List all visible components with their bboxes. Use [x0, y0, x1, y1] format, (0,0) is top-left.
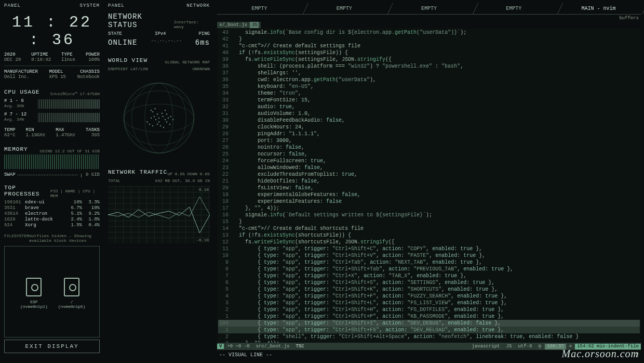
tab-empty-1[interactable]: EMPTY: [217, 3, 302, 15]
svg-point-7: [154, 108, 155, 109]
panel-label: PANEL: [4, 3, 21, 8]
svg-point-29: [151, 118, 152, 119]
uptime: 0:19:42: [31, 57, 51, 62]
fs-item-esp[interactable]: ESP (nvme0n1p1): [20, 278, 48, 306]
svg-point-12: [166, 121, 167, 122]
svg-point-26: [158, 121, 159, 122]
core-avg-1: Avg. 36%: [4, 103, 24, 108]
core-range-1: # 1 - 6: [4, 98, 24, 103]
svg-point-8: [157, 113, 158, 114]
svg-point-27: [157, 124, 158, 125]
git-flags: +0 ~0 -0: [224, 344, 252, 349]
min-freq: 1.19GHz: [26, 133, 46, 138]
svg-point-19: [155, 119, 156, 120]
process-row[interactable]: 1629latte-dock2.4%1.8%: [4, 217, 100, 222]
tab-empty-4[interactable]: EMPTY: [472, 3, 556, 15]
ping-label: PING: [198, 31, 210, 36]
disk-icon: [26, 278, 42, 296]
traffic-updown: UP 0.05 DOWN 0.05: [167, 172, 210, 176]
watermark: Mac.orsoon.com: [562, 348, 639, 360]
power-label: POWER: [86, 52, 100, 57]
tab-main-nvim[interactable]: MAIN - nvim: [556, 3, 641, 15]
svg-point-10: [162, 116, 163, 117]
file-ext-icon: JS: [250, 22, 259, 28]
status-file: src/_boot.js: [253, 344, 293, 349]
chassis-label: CHASSIS: [77, 69, 100, 74]
fs-note: dotfiles hidden - Showing available bloc…: [29, 234, 100, 243]
exit-display-button[interactable]: EXIT DISPLAY: [4, 340, 100, 353]
disk-icon: [64, 278, 79, 296]
mode-indicator: V: [217, 344, 224, 349]
max-label: MAX: [56, 127, 75, 133]
process-row[interactable]: 924Xorg1.5%0.4%: [4, 223, 100, 228]
world-sub: GLOBAL NETWORK MAP: [165, 60, 210, 64]
tasks: 393: [86, 133, 100, 138]
fs-label-1: ESP (nvme0n1p1): [20, 300, 48, 309]
lang: javascript: [469, 344, 503, 349]
os-type: linux: [61, 57, 75, 62]
mem-usage: USING 12.2 OUT OF 31 GIB: [40, 149, 100, 153]
svg-point-6: [152, 111, 153, 112]
svg-point-16: [160, 125, 161, 126]
online-status: ONLINE: [108, 38, 137, 47]
svg-point-20: [162, 113, 163, 114]
temp-label: TEMP: [4, 127, 16, 133]
endpoint-label: ENDPOINT LAT/LON: [108, 67, 148, 71]
swap-val: 0 GIB: [86, 172, 100, 177]
world-title: WORLD VIEW: [108, 57, 147, 63]
fs-label-2: / (nvme0n1p5): [58, 300, 86, 309]
tab-empty-3[interactable]: EMPTY: [386, 3, 471, 15]
encoding: utf-8: [515, 344, 535, 349]
process-row[interactable]: 199101edex-ui16%3.3%: [4, 200, 100, 205]
memory-dots: [4, 154, 100, 169]
file-name: s/_boot.js: [219, 22, 247, 28]
mem-title: MEMORY: [4, 146, 28, 152]
svg-point-14: [146, 121, 147, 122]
swap-label: SWAP: [4, 172, 16, 177]
fs-item-root[interactable]: / (nvme0n1p5): [58, 278, 86, 306]
process-list: 199101edex-ui16%3.3%3531brave6.7%10%4301…: [4, 199, 100, 228]
mfr-label: MANUFACTURER: [4, 69, 38, 74]
code-editor[interactable]: 43 signale.info(`Base config dir is ${el…: [217, 28, 641, 343]
svg-point-23: [170, 116, 171, 117]
file-badge[interactable]: s/_boot.js JS: [217, 22, 261, 28]
ping-value: 6ms: [195, 38, 210, 47]
visual-mode: -- VISUAL LINE --: [217, 350, 274, 360]
svg-point-21: [165, 110, 166, 111]
mfr: Dell Inc.: [4, 74, 38, 80]
tab-empty-2[interactable]: EMPTY: [302, 3, 386, 15]
tsc-label: TSC: [292, 344, 307, 349]
process-row[interactable]: 43014electron5.1%9.2%: [4, 211, 100, 216]
uptime-label: UPTIME: [31, 52, 51, 57]
svg-point-9: [158, 118, 159, 119]
cpu-model: Intel®Core™ i7-9750H: [50, 92, 100, 96]
network-status-title: NETWORK STATUS: [108, 12, 174, 29]
svg-point-22: [166, 113, 167, 114]
ip-type: IPv4: [155, 31, 166, 36]
traffic-title: NETWORK TRAFFIC: [108, 169, 167, 175]
traffic-chart: 0.10 -0.10: [108, 186, 210, 243]
clock: 11 : 22 : 36: [4, 14, 100, 49]
svg-point-17: [163, 127, 164, 128]
svg-point-13: [168, 118, 169, 119]
chassis: Notebook: [77, 74, 100, 80]
buffers-label: buffers: [217, 15, 641, 22]
interface: Interface: wavy: [174, 20, 210, 29]
svg-point-28: [152, 125, 153, 126]
tasks-label: TASKS: [86, 127, 100, 133]
cpu-spark-2: [37, 113, 100, 122]
state-label: STATE: [108, 31, 122, 36]
ip-addr: --.--.--.--: [151, 38, 181, 47]
svg-point-15: [149, 124, 150, 125]
filesystem-box: ESP (nvme0n1p1) / (nvme0n1p5): [4, 246, 100, 338]
core-avg-2: Avg. 34%: [4, 117, 26, 122]
power: 100%: [86, 57, 100, 62]
process-row[interactable]: 3531brave6.7%10%: [4, 205, 100, 211]
traffic-total-val: 842 MB OUT, 30.9 GB IN: [155, 178, 210, 183]
fs-title: FILESYSTEM: [4, 234, 29, 243]
svg-point-25: [169, 124, 170, 125]
model-label: MODEL: [49, 69, 66, 74]
max-freq: 1.47GHz: [56, 133, 75, 138]
panel-type: NETWORK: [186, 3, 210, 8]
globe[interactable]: [108, 76, 210, 160]
